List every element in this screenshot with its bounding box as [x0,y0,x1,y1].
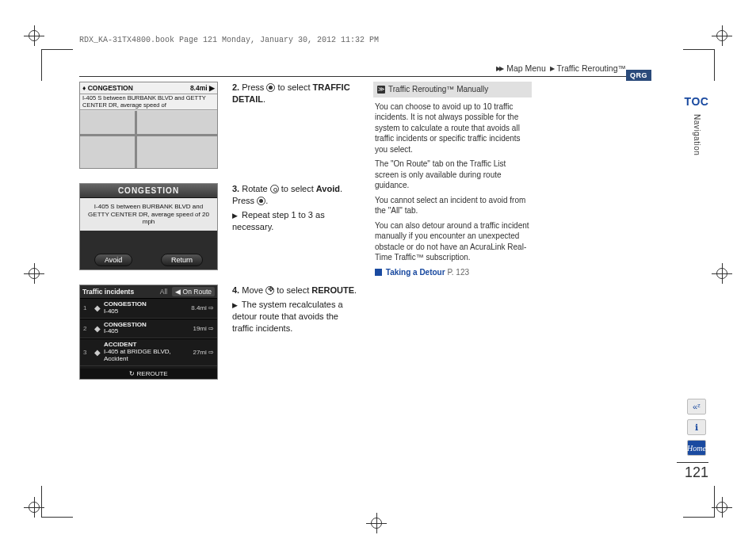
avoid-button: Avoid [94,254,132,266]
reg-mark-icon [22,262,46,285]
breadcrumb-l2: Traffic Rerouting™ [556,63,626,73]
warning-icon: ◆ [94,304,101,312]
sidebar-para: The "On Route" tab on the Traffic List s… [375,159,530,191]
row-label: CONGESTION [104,321,147,328]
breadcrumb: ▶▶ Map Menu ▶ Traffic Rerouting™ [79,63,650,73]
warning-icon: ◆ [94,348,101,357]
voice-command-button[interactable]: «ᶻ [687,399,706,415]
map-congestion-screenshot: ♦ CONGESTION 8.4mi ▶ I-405 S between BUR… [79,82,218,169]
sidebar-heading: ≫ Traffic Rerouting™ Manually [373,82,532,97]
step-num: 2. [232,82,239,92]
sidebar-para: You can choose to avoid up to 10 traffic… [375,101,530,155]
step-text: Press [242,82,266,92]
return-button: Return [161,254,203,266]
row-num: 2 [83,325,91,332]
page-content: ▶▶ Map Menu ▶ Traffic Rerouting™ QRG ♦ C… [79,63,650,476]
step-text: . [265,196,268,205]
reg-mark-icon [710,24,734,48]
row-label: CONGESTION [104,300,147,308]
row-num: 3 [83,349,91,356]
shot1-banner-left: ♦ CONGESTION [82,84,133,92]
congestion-dialog-screenshot: CONGESTION I-405 S between BURBANK BLVD … [79,183,218,270]
page-number: 121 [677,462,708,481]
reg-mark-icon [365,511,388,535]
chevron-icon: ▶ [550,65,553,72]
sidebar-heading-text: Traffic Rerouting™ Manually [388,84,488,95]
print-header: RDX_KA-31TX4800.book Page 121 Monday, Ja… [79,36,379,44]
row-label: ACCIDENT [104,341,136,348]
row-road: I-405 [104,327,118,334]
step-text: to select [281,184,316,193]
row-dist: 27mi ⇨ [193,349,214,356]
step-4: 4. Move to select REROUTE. ▶ The system … [232,285,359,334]
right-rail: TOC Navigation [685,95,708,155]
reg-mark-icon [710,262,734,285]
step-sub: The system recalculates a detour route t… [232,300,343,333]
sidebar-para: You can also detour around a traffic inc… [375,220,530,263]
press-knob-icon [266,83,275,92]
move-joystick-icon [265,286,274,295]
crop-corner-icon [683,486,715,518]
map-graphic [80,111,217,168]
steps-column: 2. Press to select TRAFFIC DETAIL. 3. Ro… [232,82,359,380]
incident-row: 1 ◆ CONGESTIONI-405 8.4mi ⇨ [80,298,217,319]
sidebar-column: ≫ Traffic Rerouting™ Manually You can ch… [373,82,532,380]
crop-corner-icon [41,486,73,518]
toc-link[interactable]: TOC [685,95,709,108]
step-text: Rotate [242,184,269,193]
link-page-ref: P. 123 [447,268,469,277]
step-num: 4. [232,285,239,295]
sidebar-para: You cannot select an incident to avoid f… [375,195,530,216]
step-text: . [354,285,357,295]
info-icon: ℹ [695,422,698,433]
triangle-icon: ▶ [232,301,238,309]
step-target: REROUTE [311,285,354,295]
row-num: 1 [83,304,91,311]
reg-mark-icon [22,24,46,48]
shot2-body: I-405 S between BURBANK BLVD and GETTY C… [80,198,217,231]
reroute-footer: REROUTE [80,369,217,379]
step-2: 2. Press to select TRAFFIC DETAIL. [232,82,359,169]
crop-corner-icon [683,49,715,81]
row-dist: 8.4mi ⇨ [191,304,214,311]
taking-a-detour-link[interactable]: Taking a Detour [386,268,445,277]
crop-corner-icon [41,49,73,81]
home-button[interactable]: Home [687,440,706,456]
warning-icon: ◆ [94,324,101,333]
chevron-icon: ▶▶ [496,65,502,72]
tab-all: All [160,288,167,296]
rotate-knob-icon [270,185,279,193]
voice-icon: «ᶻ [693,402,701,412]
shot1-banner-right: 8.4mi ▶ [190,84,215,92]
info-button[interactable]: ℹ [687,419,706,435]
step-num: 3. [232,184,239,193]
shot2-title: CONGESTION [80,184,217,198]
qrg-tab[interactable]: QRG [626,70,651,81]
row-road: I-405 at BRIDGE BLVD, Accident [104,348,171,362]
shot1-desc: I-405 S between BURBANK BLVD and GETTY C… [80,94,217,110]
step-target: Avoid [316,184,340,193]
row-road: I-405 [104,308,118,315]
link-square-icon [375,269,382,276]
triangle-icon: ▶ [232,212,238,220]
divider [79,76,650,77]
info-square-icon: ≫ [377,86,385,94]
step-3: 3. Rotate to select Avoid. Press . ▶ Rep… [232,183,359,270]
screenshots-column: ♦ CONGESTION 8.4mi ▶ I-405 S between BUR… [79,82,218,380]
breadcrumb-l1: Map Menu [506,63,546,73]
shot3-title: Traffic incidents [82,288,134,296]
step-text: Move [242,285,265,295]
step-text: . [263,94,265,104]
incident-row: 2 ◆ CONGESTIONI-405 19mi ⇨ [80,319,217,339]
traffic-incidents-screenshot: Traffic incidents All ◀ On Route 1 ◆ CON… [79,285,218,380]
step-text: to select [277,285,311,295]
press-knob-icon [257,197,265,205]
tab-on-route: ◀ On Route [172,287,215,296]
step-sub: Repeat step 1 to 3 as necessary. [232,210,325,231]
sidebar-link-line: Taking a Detour P. 123 [375,267,530,278]
step-text: to select [278,82,313,92]
right-rail-bottom: «ᶻ ℹ Home [685,399,708,456]
incident-row: 3 ◆ ACCIDENTI-405 at BRIDGE BLVD, Accide… [80,338,217,365]
row-dist: 19mi ⇨ [193,325,214,332]
section-label: Navigation [693,114,701,155]
